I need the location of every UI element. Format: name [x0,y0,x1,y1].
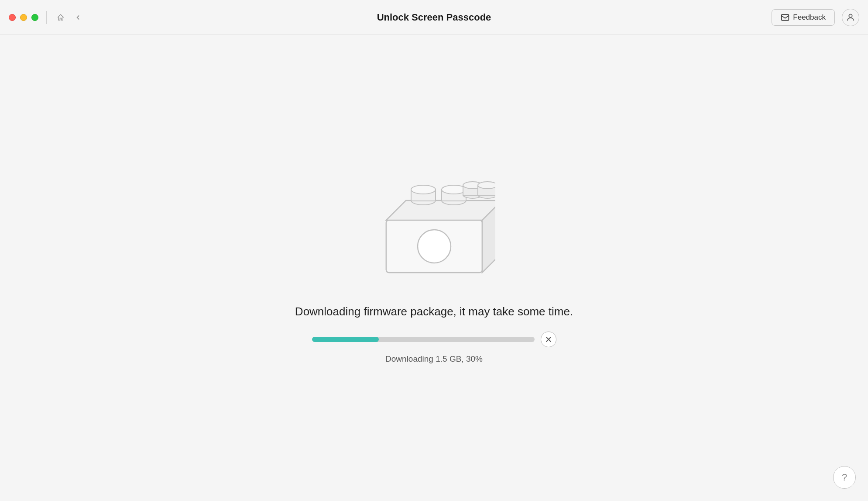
page-title: Unlock Screen Passcode [377,12,491,23]
title-bar-right: Feedback [772,9,859,26]
feedback-label: Feedback [793,13,826,22]
lego-illustration [373,172,495,279]
help-label: ? [842,472,847,483]
back-button[interactable] [72,11,84,24]
close-button[interactable] [9,14,16,21]
status-text: Downloading firmware package, it may tak… [295,305,573,318]
title-bar: Unlock Screen Passcode Feedback [0,0,868,35]
home-button[interactable] [55,11,67,24]
progress-bar-fill [312,337,379,342]
svg-point-10 [442,185,466,194]
user-icon [846,13,855,22]
title-bar-divider [46,11,47,24]
main-content: Downloading firmware package, it may tak… [0,35,868,501]
svg-point-1 [849,14,852,17]
close-icon [546,336,552,342]
svg-rect-0 [782,14,789,20]
lego-svg [373,172,495,277]
svg-point-7 [411,185,436,194]
help-button[interactable]: ? [833,466,856,489]
maximize-button[interactable] [31,14,38,21]
mail-icon [781,13,789,22]
svg-point-16 [478,182,495,189]
traffic-lights [9,14,38,21]
download-status: Downloading 1.5 GB, 30% [385,354,483,364]
progress-area [312,332,556,347]
nav-buttons [55,11,84,24]
cancel-button[interactable] [541,332,556,347]
minimize-button[interactable] [20,14,27,21]
progress-bar-track [312,337,535,342]
user-avatar-button[interactable] [842,9,859,26]
svg-point-4 [418,230,451,263]
feedback-button[interactable]: Feedback [772,9,835,26]
